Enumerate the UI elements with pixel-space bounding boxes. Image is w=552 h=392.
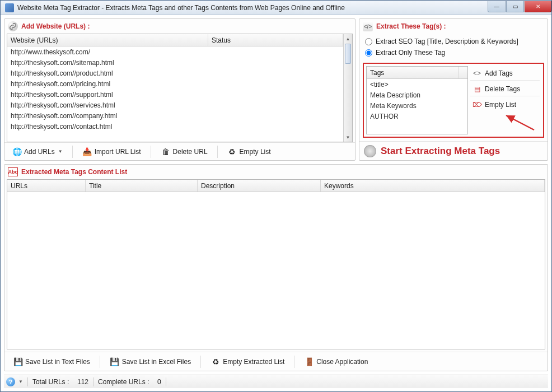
- save-excel-icon: 💾: [110, 357, 120, 367]
- url-toolbar: 🌐 Add URLs ▼ 📥 Import URL List 🗑 Delete …: [4, 142, 355, 160]
- extract-mode-radios: Extract SEO Tag [Title, Description & Ke…: [359, 34, 548, 62]
- delete-tags-label: Delete Tags: [485, 85, 520, 93]
- results-table: URLs Title Description Keywords: [7, 179, 545, 349]
- add-urls-header: Add Website (URLs) :: [4, 19, 355, 34]
- extract-title: Extract These Tag(s) :: [376, 22, 446, 30]
- code-icon: </>: [363, 21, 373, 31]
- table-row[interactable]: AUTHOR: [367, 111, 467, 122]
- import-icon: 📥: [82, 147, 92, 157]
- scroll-up-icon[interactable]: ▲: [344, 34, 352, 43]
- table-row[interactable]: http://theskysoft.com//sitemap.html: [7, 57, 343, 68]
- table-row[interactable]: <title>: [367, 79, 467, 90]
- help-icon[interactable]: ?: [6, 377, 15, 386]
- add-tags-label: Add Tags: [485, 69, 513, 77]
- table-row[interactable]: http://theskysoft.com//company.html: [7, 110, 343, 121]
- extract-header: </> Extract These Tag(s) :: [359, 19, 548, 34]
- results-body[interactable]: [7, 192, 545, 349]
- table-row[interactable]: http://theskysoft.com//pricing.html: [7, 78, 343, 89]
- table-row[interactable]: Meta Description: [367, 90, 467, 100]
- complete-urls-label: Complete URLs :: [98, 378, 149, 386]
- table-row[interactable]: http://theskysoft.com//services.html: [7, 100, 343, 110]
- url-table: Website (URLs) Status http://www.theskys…: [7, 34, 353, 142]
- delete-icon: 🗑: [161, 147, 171, 157]
- empty-label: Empty List: [240, 148, 271, 156]
- radio-only-label: Extract Only These Tag: [376, 49, 445, 57]
- status-bar: ? ▼ Total URLs : 112 Complete URLs : 0: [4, 375, 548, 388]
- col-status[interactable]: Status: [208, 34, 343, 46]
- minimize-button[interactable]: —: [488, 1, 506, 12]
- empty-tags-label: Empty List: [485, 101, 516, 109]
- tags-side-actions: <> Add Tags ▤ Delete Tags ⌦ Empty List: [469, 66, 541, 134]
- empty-tags-button[interactable]: ⌦ Empty List: [470, 97, 540, 112]
- complete-urls-value: 0: [157, 378, 161, 386]
- start-extracting-label: Start Extracting Meta Tags: [381, 146, 500, 157]
- app-window: Website Meta Tag Extractor - Extracts Me…: [0, 0, 552, 392]
- results-panel: Abc Extracted Meta Tags Content List URL…: [4, 164, 548, 371]
- add-tags-button[interactable]: <> Add Tags: [470, 66, 540, 81]
- start-extracting-button[interactable]: Start Extracting Meta Tags: [359, 141, 548, 160]
- vertical-scrollbar[interactable]: ▲ ▼: [343, 34, 352, 142]
- table-row[interactable]: http://theskysoft.com//support.html: [7, 89, 343, 100]
- table-row[interactable]: http://www.theskysoft.com/: [7, 46, 343, 57]
- delete-url-button[interactable]: 🗑 Delete URL: [156, 144, 213, 159]
- total-urls-value: 112: [77, 378, 88, 386]
- empty-list-button[interactable]: ♻ Empty List: [222, 144, 276, 159]
- window-title: Website Meta Tag Extractor - Extracts Me…: [17, 4, 488, 12]
- save-text-button[interactable]: 💾 Save List in Text Files: [8, 354, 95, 369]
- recycle-icon: ♻: [227, 147, 237, 157]
- col-keywords[interactable]: Keywords: [321, 180, 545, 192]
- tags-header: Tags: [367, 67, 467, 79]
- empty-icon: ⌦: [473, 100, 481, 109]
- radio-seo-label: Extract SEO Tag [Title, Description & Ke…: [376, 38, 518, 45]
- results-title: Extracted Meta Tags Content List: [21, 168, 127, 176]
- empty-extracted-button[interactable]: ♻ Empty Extracted List: [205, 354, 289, 369]
- save-text-label: Save List in Text Files: [25, 358, 90, 366]
- import-url-list-button[interactable]: 📥 Import URL List: [77, 144, 146, 159]
- add-urls-label: Add URLs: [24, 148, 55, 156]
- table-row[interactable]: http://theskysoft.com//product.html: [7, 68, 343, 78]
- table-row[interactable]: http://theskysoft.com//contact.html: [7, 121, 343, 132]
- tags-table: Tags <title> Meta Description Meta Keywo…: [366, 66, 468, 134]
- link-icon: [8, 21, 18, 31]
- empty-extracted-label: Empty Extracted List: [223, 358, 284, 366]
- col-title[interactable]: Title: [86, 180, 198, 192]
- save-excel-button[interactable]: 💾 Save List in Excel Files: [105, 354, 196, 369]
- results-columns: URLs Title Description Keywords: [7, 180, 545, 192]
- col-website[interactable]: Website (URLs): [7, 34, 208, 46]
- scroll-thumb[interactable]: [345, 44, 351, 64]
- col-description[interactable]: Description: [198, 180, 321, 192]
- results-header: Abc Extracted Meta Tags Content List: [4, 165, 548, 179]
- delete-label: Delete URL: [173, 148, 208, 156]
- close-app-label: Close Application: [316, 358, 368, 366]
- tags-highlight-box: Tags <title> Meta Description Meta Keywo…: [363, 63, 544, 138]
- extract-panel: </> Extract These Tag(s) : Extract SEO T…: [359, 18, 548, 161]
- maximize-button[interactable]: ▭: [506, 1, 524, 12]
- col-urls[interactable]: URLs: [7, 180, 86, 192]
- app-icon: [5, 3, 14, 12]
- radio-seo-tag[interactable]: Extract SEO Tag [Title, Description & Ke…: [365, 36, 542, 47]
- radio-seo-input[interactable]: [365, 38, 372, 45]
- save-excel-label: Save List in Excel Files: [122, 358, 191, 366]
- exit-icon: 🚪: [304, 357, 314, 367]
- globe-icon: 🌐: [12, 147, 22, 157]
- scroll-down-icon[interactable]: ▼: [344, 133, 352, 142]
- titlebar: Website Meta Tag Extractor - Extracts Me…: [1, 1, 551, 15]
- close-button[interactable]: ✕: [525, 1, 551, 12]
- delete-tags-button[interactable]: ▤ Delete Tags: [470, 82, 540, 96]
- abc-icon: Abc: [8, 167, 18, 176]
- results-toolbar: 💾 Save List in Text Files 💾 Save List in…: [4, 352, 548, 371]
- radio-only-input[interactable]: [365, 49, 372, 57]
- radio-only-these[interactable]: Extract Only These Tag: [365, 47, 542, 58]
- client-area: Add Website (URLs) : Website (URLs) Stat…: [1, 15, 551, 391]
- table-row[interactable]: Meta Keywords: [367, 100, 467, 111]
- add-urls-panel: Add Website (URLs) : Website (URLs) Stat…: [4, 18, 355, 161]
- add-urls-button[interactable]: 🌐 Add URLs ▼: [7, 144, 68, 159]
- col-tags[interactable]: Tags: [367, 67, 459, 78]
- help-dropdown-icon[interactable]: ▼: [18, 379, 23, 384]
- add-tag-icon: <>: [473, 69, 481, 78]
- close-app-button[interactable]: 🚪 Close Application: [299, 354, 373, 369]
- gear-icon: [364, 145, 376, 157]
- url-rows[interactable]: http://www.theskysoft.com/ http://thesky…: [7, 46, 343, 142]
- import-label: Import URL List: [95, 148, 141, 156]
- dropdown-icon: ▼: [58, 149, 63, 154]
